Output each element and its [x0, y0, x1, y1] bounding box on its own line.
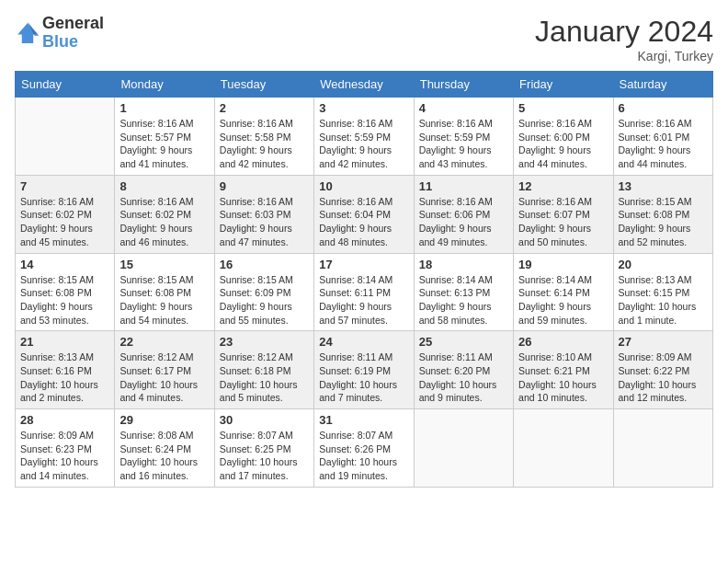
day-number: 28 [20, 413, 109, 427]
calendar-cell: 30Sunrise: 8:07 AM Sunset: 6:25 PM Dayli… [214, 409, 313, 488]
day-number: 20 [619, 258, 708, 271]
day-info: Sunrise: 8:16 AM Sunset: 6:02 PM Dayligh… [20, 195, 109, 249]
calendar-cell: 28Sunrise: 8:09 AM Sunset: 6:23 PM Dayli… [16, 409, 115, 488]
day-info: Sunrise: 8:16 AM Sunset: 5:59 PM Dayligh… [419, 117, 508, 171]
logo-blue: Blue [42, 33, 104, 52]
day-info: Sunrise: 8:14 AM Sunset: 6:14 PM Dayligh… [518, 273, 608, 327]
day-info: Sunrise: 8:13 AM Sunset: 6:15 PM Dayligh… [619, 273, 708, 327]
day-number: 29 [119, 413, 209, 427]
calendar-cell: 3Sunrise: 8:16 AM Sunset: 5:59 PM Daylig… [314, 98, 414, 176]
calendar-cell: 7Sunrise: 8:16 AM Sunset: 6:02 PM Daylig… [16, 175, 115, 253]
calendar-cell [16, 98, 115, 176]
weekday-header-monday: Monday [115, 72, 214, 98]
calendar-cell: 15Sunrise: 8:15 AM Sunset: 6:08 PM Dayli… [115, 253, 214, 331]
day-info: Sunrise: 8:12 AM Sunset: 6:18 PM Dayligh… [220, 350, 309, 405]
day-info: Sunrise: 8:10 AM Sunset: 6:21 PM Dayligh… [518, 350, 608, 405]
calendar-week-2: 7Sunrise: 8:16 AM Sunset: 6:02 PM Daylig… [16, 175, 713, 253]
calendar-cell: 31Sunrise: 8:07 AM Sunset: 6:26 PM Dayli… [314, 409, 414, 488]
calendar-cell: 25Sunrise: 8:11 AM Sunset: 6:20 PM Dayli… [414, 331, 513, 409]
calendar-cell: 27Sunrise: 8:09 AM Sunset: 6:22 PM Dayli… [613, 331, 712, 409]
calendar-cell [514, 409, 613, 488]
calendar-cell: 2Sunrise: 8:16 AM Sunset: 5:58 PM Daylig… [214, 98, 313, 176]
calendar-cell: 5Sunrise: 8:16 AM Sunset: 6:00 PM Daylig… [514, 98, 613, 176]
day-number: 8 [119, 179, 209, 193]
calendar-cell: 12Sunrise: 8:16 AM Sunset: 6:07 PM Dayli… [514, 175, 613, 253]
day-info: Sunrise: 8:11 AM Sunset: 6:19 PM Dayligh… [319, 350, 408, 405]
day-info: Sunrise: 8:15 AM Sunset: 6:09 PM Dayligh… [220, 273, 309, 327]
calendar: SundayMondayTuesdayWednesdayThursdayFrid… [15, 71, 713, 488]
calendar-cell: 11Sunrise: 8:16 AM Sunset: 6:06 PM Dayli… [414, 175, 513, 253]
day-info: Sunrise: 8:16 AM Sunset: 6:03 PM Dayligh… [220, 195, 309, 249]
day-info: Sunrise: 8:16 AM Sunset: 5:58 PM Dayligh… [220, 117, 309, 171]
page-header: General Blue January 2024 Kargi, Turkey [15, 15, 713, 63]
calendar-week-3: 14Sunrise: 8:15 AM Sunset: 6:08 PM Dayli… [16, 253, 713, 331]
day-number: 2 [220, 101, 309, 115]
calendar-cell: 23Sunrise: 8:12 AM Sunset: 6:18 PM Dayli… [214, 331, 313, 409]
day-info: Sunrise: 8:16 AM Sunset: 5:59 PM Dayligh… [319, 117, 408, 171]
day-info: Sunrise: 8:13 AM Sunset: 6:16 PM Dayligh… [20, 350, 109, 405]
day-number: 31 [319, 413, 408, 427]
day-number: 23 [220, 335, 309, 349]
day-number: 13 [619, 179, 708, 193]
calendar-week-4: 21Sunrise: 8:13 AM Sunset: 6:16 PM Dayli… [16, 331, 713, 409]
calendar-cell: 14Sunrise: 8:15 AM Sunset: 6:08 PM Dayli… [16, 253, 115, 331]
day-number: 30 [220, 413, 309, 427]
day-info: Sunrise: 8:09 AM Sunset: 6:23 PM Dayligh… [20, 429, 109, 483]
month-title: January 2024 [535, 15, 713, 49]
day-info: Sunrise: 8:15 AM Sunset: 6:08 PM Dayligh… [119, 273, 209, 327]
day-info: Sunrise: 8:16 AM Sunset: 6:02 PM Dayligh… [119, 195, 209, 249]
calendar-cell: 1Sunrise: 8:16 AM Sunset: 5:57 PM Daylig… [115, 98, 214, 176]
day-info: Sunrise: 8:15 AM Sunset: 6:08 PM Dayligh… [619, 195, 708, 249]
day-info: Sunrise: 8:14 AM Sunset: 6:11 PM Dayligh… [319, 273, 408, 327]
day-info: Sunrise: 8:16 AM Sunset: 6:07 PM Dayligh… [518, 195, 608, 249]
day-info: Sunrise: 8:07 AM Sunset: 6:26 PM Dayligh… [319, 429, 408, 483]
day-info: Sunrise: 8:16 AM Sunset: 6:00 PM Dayligh… [518, 117, 608, 171]
day-info: Sunrise: 8:09 AM Sunset: 6:22 PM Dayligh… [619, 350, 708, 405]
calendar-cell: 8Sunrise: 8:16 AM Sunset: 6:02 PM Daylig… [115, 175, 214, 253]
calendar-cell [414, 409, 513, 488]
day-number: 22 [119, 335, 209, 349]
day-number: 14 [20, 258, 109, 271]
weekday-header-thursday: Thursday [414, 72, 513, 98]
day-number: 24 [319, 335, 408, 349]
day-info: Sunrise: 8:16 AM Sunset: 6:04 PM Dayligh… [319, 195, 408, 249]
day-info: Sunrise: 8:12 AM Sunset: 6:17 PM Dayligh… [119, 350, 209, 405]
day-info: Sunrise: 8:11 AM Sunset: 6:20 PM Dayligh… [419, 350, 508, 405]
day-number: 17 [319, 258, 408, 271]
calendar-cell [613, 409, 712, 488]
day-number: 16 [220, 258, 309, 271]
calendar-cell: 29Sunrise: 8:08 AM Sunset: 6:24 PM Dayli… [115, 409, 214, 488]
calendar-cell: 20Sunrise: 8:13 AM Sunset: 6:15 PM Dayli… [613, 253, 712, 331]
calendar-cell: 26Sunrise: 8:10 AM Sunset: 6:21 PM Dayli… [514, 331, 613, 409]
day-number: 9 [220, 179, 309, 193]
calendar-cell: 17Sunrise: 8:14 AM Sunset: 6:11 PM Dayli… [314, 253, 414, 331]
calendar-cell: 10Sunrise: 8:16 AM Sunset: 6:04 PM Dayli… [314, 175, 414, 253]
day-number: 12 [518, 179, 608, 193]
calendar-cell: 9Sunrise: 8:16 AM Sunset: 6:03 PM Daylig… [214, 175, 313, 253]
day-info: Sunrise: 8:08 AM Sunset: 6:24 PM Dayligh… [119, 429, 209, 483]
calendar-week-1: 1Sunrise: 8:16 AM Sunset: 5:57 PM Daylig… [16, 98, 713, 176]
logo-icon [15, 20, 40, 46]
calendar-cell: 16Sunrise: 8:15 AM Sunset: 6:09 PM Dayli… [214, 253, 313, 331]
calendar-cell: 22Sunrise: 8:12 AM Sunset: 6:17 PM Dayli… [115, 331, 214, 409]
weekday-header-friday: Friday [514, 72, 613, 98]
weekday-header-wednesday: Wednesday [314, 72, 414, 98]
day-number: 18 [419, 258, 508, 271]
day-number: 21 [20, 335, 109, 349]
day-info: Sunrise: 8:16 AM Sunset: 5:57 PM Dayligh… [119, 117, 209, 171]
day-number: 27 [619, 335, 708, 349]
day-number: 19 [518, 258, 608, 271]
weekday-header-sunday: Sunday [16, 72, 115, 98]
calendar-cell: 13Sunrise: 8:15 AM Sunset: 6:08 PM Dayli… [613, 175, 712, 253]
title-block: January 2024 Kargi, Turkey [535, 15, 713, 63]
weekday-header-tuesday: Tuesday [214, 72, 313, 98]
day-number: 4 [419, 101, 508, 115]
day-number: 7 [20, 179, 109, 193]
calendar-cell: 19Sunrise: 8:14 AM Sunset: 6:14 PM Dayli… [514, 253, 613, 331]
day-info: Sunrise: 8:07 AM Sunset: 6:25 PM Dayligh… [220, 429, 309, 483]
day-number: 1 [119, 101, 209, 115]
logo-text: General Blue [42, 15, 104, 52]
day-info: Sunrise: 8:16 AM Sunset: 6:01 PM Dayligh… [619, 117, 708, 171]
calendar-cell: 21Sunrise: 8:13 AM Sunset: 6:16 PM Dayli… [16, 331, 115, 409]
weekday-header-row: SundayMondayTuesdayWednesdayThursdayFrid… [16, 72, 713, 98]
